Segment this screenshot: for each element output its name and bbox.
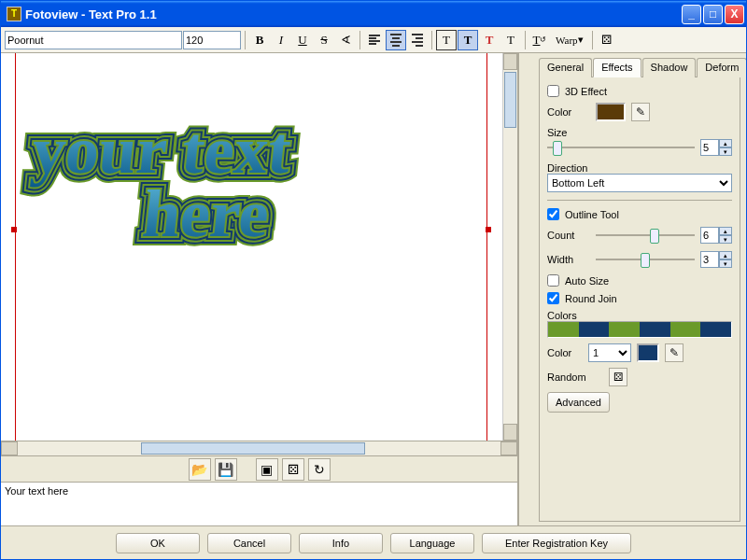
width-spinner[interactable]: [700, 251, 719, 268]
size-label: Size: [547, 127, 567, 138]
text-reset-button[interactable]: T↺: [529, 30, 550, 50]
tab-general[interactable]: General: [539, 58, 592, 77]
text-style-3-button[interactable]: T: [479, 30, 500, 50]
colors-label: Colors: [547, 310, 577, 321]
align-right-button[interactable]: [407, 30, 428, 50]
tabs: General Effects Shadow Deform: [539, 57, 740, 77]
eyedropper-outline[interactable]: ✎: [665, 343, 684, 362]
width-slider[interactable]: [596, 250, 695, 269]
fit-button[interactable]: ▣: [256, 458, 278, 481]
tab-shadow[interactable]: Shadow: [642, 58, 697, 77]
dice-button[interactable]: ⚄: [282, 458, 304, 481]
tab-deform[interactable]: Deform: [697, 58, 746, 77]
canvas-text[interactable]: your text your text your text your text …: [22, 119, 294, 246]
colors-gradient[interactable]: [547, 321, 732, 338]
format-toolbar: B I U S ∢ T T T T T↺ Warp ▾ ⚄: [1, 27, 746, 53]
vscroll-divider[interactable]: [518, 53, 533, 525]
size-down[interactable]: ▾: [719, 147, 732, 156]
align-center-button[interactable]: [386, 30, 406, 50]
right-guide[interactable]: [486, 53, 487, 441]
eyedropper-3d[interactable]: ✎: [631, 103, 650, 121]
text-style-2-button[interactable]: T: [458, 30, 478, 50]
selection-handle-right[interactable]: [486, 227, 491, 232]
warp-button[interactable]: Warp ▾: [551, 30, 588, 50]
roundjoin-label: Round Join: [565, 293, 617, 304]
canvas-vscroll[interactable]: [502, 53, 517, 441]
size-up[interactable]: ▴: [719, 139, 732, 147]
direction-select[interactable]: Bottom Left: [547, 174, 732, 192]
strike-button[interactable]: S: [314, 30, 334, 50]
cancel-button[interactable]: Cancel: [207, 533, 291, 553]
color-label: Color: [547, 106, 590, 118]
selected-color-swatch[interactable]: [637, 343, 659, 362]
outline-label: Outline Tool: [565, 209, 619, 220]
maximize-button[interactable]: □: [703, 5, 723, 24]
info-button[interactable]: Info: [299, 533, 383, 553]
count-slider[interactable]: [596, 226, 695, 245]
canvas[interactable]: your text your text your text your text …: [1, 53, 517, 441]
italic-button[interactable]: I: [271, 30, 291, 50]
randomize-button[interactable]: ⚄: [597, 30, 617, 50]
side-panel: General Effects Shadow Deform 3D Effect …: [533, 53, 746, 525]
close-button[interactable]: X: [725, 5, 744, 24]
underline-button[interactable]: U: [292, 30, 313, 50]
text-style-4-button[interactable]: T: [500, 30, 521, 50]
left-guide[interactable]: [15, 53, 16, 441]
3d-effect-checkbox[interactable]: [547, 85, 559, 97]
random-label: Random: [547, 371, 603, 383]
font-combo[interactable]: [5, 31, 182, 49]
titlebar[interactable]: T Fotoview - Text Pro 1.1 _ □ X: [1, 1, 746, 27]
selection-handle-left[interactable]: [11, 227, 17, 232]
autosize-label: Auto Size: [565, 275, 609, 287]
roundjoin-checkbox[interactable]: [547, 292, 559, 304]
autosize-checkbox[interactable]: [547, 274, 559, 287]
language-button[interactable]: Language: [390, 533, 474, 553]
text-style-1-button[interactable]: T: [436, 30, 457, 50]
dialog-buttons: OK Cancel Info Language Enter Registrati…: [1, 525, 746, 559]
minimize-button[interactable]: _: [682, 5, 701, 24]
effects-panel: 3D Effect Color ✎ Size ▴▾ Direction Bott…: [539, 77, 740, 522]
angle-button[interactable]: ∢: [335, 30, 356, 50]
ok-button[interactable]: OK: [116, 533, 200, 553]
3d-color-swatch[interactable]: [596, 103, 626, 121]
app-window: T Fotoview - Text Pro 1.1 _ □ X B I U S …: [0, 0, 747, 560]
color2-label: Color: [547, 347, 583, 358]
open-button[interactable]: 📂: [189, 458, 211, 481]
direction-label: Direction: [547, 162, 587, 174]
tab-effects[interactable]: Effects: [593, 58, 641, 77]
bold-button[interactable]: B: [249, 30, 270, 50]
text-input[interactable]: Your text here: [1, 483, 517, 525]
color-index-select[interactable]: 1: [588, 343, 631, 362]
refresh-button[interactable]: ↻: [308, 458, 331, 481]
body: your text your text your text your text …: [1, 53, 746, 525]
random-button[interactable]: ⚄: [609, 368, 627, 386]
width-label: Width: [547, 254, 590, 265]
register-button[interactable]: Enter Registration Key: [482, 533, 631, 553]
count-label: Count: [547, 230, 590, 241]
window-title: Fotoview - Text Pro 1.1: [25, 7, 682, 21]
font-size-combo[interactable]: [183, 31, 241, 49]
file-toolbar: 📂 💾 ▣ ⚄ ↻: [1, 456, 517, 483]
outline-checkbox[interactable]: [547, 208, 559, 220]
app-icon: T: [7, 7, 21, 21]
save-button[interactable]: 💾: [215, 458, 237, 481]
size-spinner[interactable]: [700, 139, 719, 156]
canvas-column: your text your text your text your text …: [1, 53, 518, 525]
align-left-button[interactable]: [364, 30, 385, 50]
advanced-button[interactable]: Advanced: [547, 392, 610, 413]
3d-effect-label: 3D Effect: [565, 86, 607, 97]
canvas-hscroll[interactable]: [1, 441, 517, 456]
size-slider[interactable]: [547, 138, 695, 157]
count-spinner[interactable]: [700, 227, 719, 244]
